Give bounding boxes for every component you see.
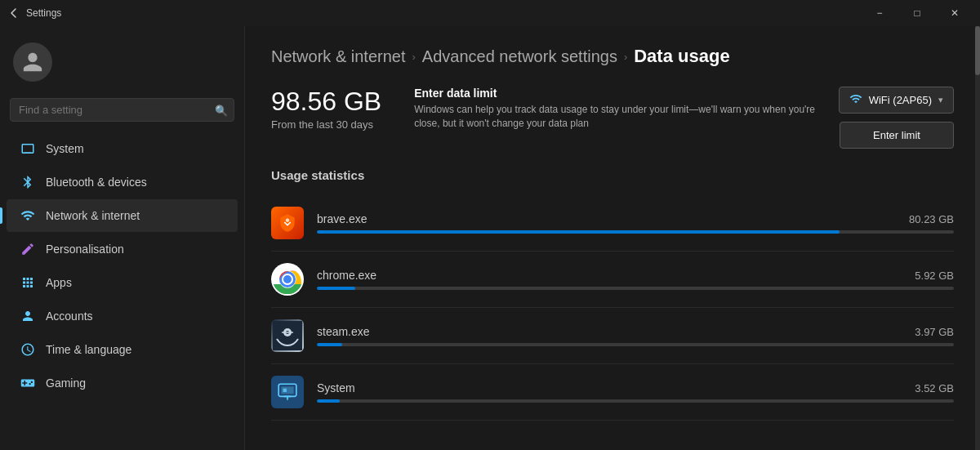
scrollbar-track[interactable] <box>975 26 980 450</box>
sidebar-item-system[interactable]: System <box>7 132 238 165</box>
back-icon[interactable] <box>7 7 20 20</box>
sidebar-item-label-bluetooth: Bluetooth & devices <box>46 176 147 189</box>
progress-bar-bg-brave <box>317 230 954 234</box>
data-limit-section: Enter data limit Windows can help you tr… <box>401 87 819 131</box>
wifi-label: WiFi (2AP65) <box>869 94 932 106</box>
app-name-chrome: chrome.exe <box>317 269 376 282</box>
progress-bar-bg-steam <box>317 343 954 346</box>
progress-bar-fill-system <box>317 399 340 403</box>
search-box[interactable]: 🔍 <box>10 98 234 122</box>
list-item: chrome.exe 5.92 GB <box>271 252 954 308</box>
sidebar-item-label-personalisation: Personalisation <box>46 243 124 256</box>
user-section <box>0 33 244 91</box>
titlebar: Settings − □ ✕ <box>0 0 980 26</box>
sidebar-item-label-accounts: Accounts <box>46 310 93 323</box>
breadcrumb-sep-2: › <box>624 51 627 63</box>
svg-point-0 <box>286 219 289 222</box>
app-name-row: System 3.52 GB <box>317 381 954 394</box>
data-limit-title: Enter data limit <box>414 87 819 100</box>
app-size-steam: 3.97 GB <box>915 326 954 338</box>
app-size-system: 3.52 GB <box>915 382 954 394</box>
sidebar-item-personalisation[interactable]: Personalisation <box>7 233 238 265</box>
sidebar-item-label-gaming: Gaming <box>46 376 86 390</box>
app-name-brave: brave.exe <box>317 212 367 225</box>
app-size-chrome: 5.92 GB <box>915 270 954 282</box>
progress-bar-fill-brave <box>317 230 840 234</box>
sidebar-item-label-system: System <box>46 142 84 155</box>
sidebar-item-apps[interactable]: Apps <box>7 266 238 299</box>
search-input[interactable] <box>10 98 234 122</box>
list-item: System 3.52 GB <box>271 364 954 421</box>
minimize-button[interactable]: − <box>861 0 898 26</box>
enter-limit-button[interactable]: Enter limit <box>840 122 954 149</box>
scrollbar-thumb[interactable] <box>975 26 980 75</box>
app-details-system: System 3.52 GB <box>317 381 954 403</box>
sidebar-item-bluetooth[interactable]: Bluetooth & devices <box>7 166 238 198</box>
app-details-steam: steam.exe 3.97 GB <box>317 325 954 346</box>
time-icon <box>20 341 36 358</box>
data-amount: 98.56 GB <box>271 87 381 117</box>
system-app-icon <box>271 376 304 408</box>
breadcrumb-current: Data usage <box>634 46 729 67</box>
breadcrumb-network[interactable]: Network & internet <box>271 47 406 66</box>
app-name-row: steam.exe 3.97 GB <box>317 325 954 338</box>
usage-list: brave.exe 80.23 GB <box>271 195 954 421</box>
svg-rect-10 <box>283 389 287 392</box>
data-total: 98.56 GB From the last 30 days <box>271 87 381 131</box>
data-limit-desc: Windows can help you track data usage to… <box>414 103 819 131</box>
sidebar-item-accounts[interactable]: Accounts <box>7 300 238 332</box>
nav-items: System Bluetooth & devices Network & int… <box>0 128 244 450</box>
app-details-chrome: chrome.exe 5.92 GB <box>317 269 954 290</box>
network-icon <box>20 207 36 224</box>
sidebar-item-label-time: Time & language <box>46 343 131 356</box>
window-title: Settings <box>26 7 61 19</box>
sidebar-item-label-apps: Apps <box>46 276 72 289</box>
maximize-button[interactable]: □ <box>898 0 936 26</box>
list-item: steam.exe 3.97 GB <box>271 308 954 364</box>
progress-bar-bg-chrome <box>317 287 954 290</box>
app-name-system: System <box>317 381 355 394</box>
app-name-steam: steam.exe <box>317 325 370 338</box>
breadcrumb: Network & internet › Advanced network se… <box>271 46 954 67</box>
progress-bar-bg-system <box>317 399 954 403</box>
system-icon <box>20 140 36 157</box>
wifi-icon <box>849 92 862 108</box>
sidebar: 🔍 System Bluetooth & devices Network & i… <box>0 26 245 450</box>
brave-icon <box>271 207 304 239</box>
main-layout: 🔍 System Bluetooth & devices Network & i… <box>0 26 980 450</box>
list-item: brave.exe 80.23 GB <box>271 195 954 252</box>
progress-bar-fill-chrome <box>317 287 355 290</box>
chrome-icon <box>271 263 304 296</box>
chevron-down-icon: ▾ <box>938 95 943 105</box>
avatar <box>13 42 52 82</box>
breadcrumb-advanced[interactable]: Advanced network settings <box>422 47 617 66</box>
app-details-brave: brave.exe 80.23 GB <box>317 212 954 234</box>
accounts-icon <box>20 308 36 324</box>
app-size-brave: 80.23 GB <box>909 213 954 225</box>
content-area: Network & internet › Advanced network se… <box>245 26 980 450</box>
steam-icon <box>271 319 304 352</box>
bluetooth-icon <box>20 174 36 190</box>
sidebar-item-label-network: Network & internet <box>46 209 140 222</box>
personalisation-icon <box>20 241 36 257</box>
app-name-row: chrome.exe 5.92 GB <box>317 269 954 282</box>
close-button[interactable]: ✕ <box>936 0 973 26</box>
wifi-dropdown[interactable]: WiFi (2AP65) ▾ <box>839 87 954 114</box>
usage-title: Usage statistics <box>271 168 954 182</box>
sidebar-item-time[interactable]: Time & language <box>7 333 238 366</box>
sidebar-item-gaming[interactable]: Gaming <box>7 367 238 399</box>
window-controls: − □ ✕ <box>861 0 973 26</box>
wifi-dropdown-area: WiFi (2AP65) ▾ Enter limit <box>839 87 954 149</box>
app-name-row: brave.exe 80.23 GB <box>317 212 954 225</box>
apps-icon <box>20 274 36 291</box>
sidebar-item-network[interactable]: Network & internet <box>7 199 238 232</box>
data-header-row: 98.56 GB From the last 30 days Enter dat… <box>271 87 954 149</box>
progress-bar-fill-steam <box>317 343 342 346</box>
breadcrumb-sep-1: › <box>412 51 416 63</box>
gaming-icon <box>20 375 36 391</box>
data-period: From the last 30 days <box>271 118 381 131</box>
svg-point-4 <box>283 275 292 283</box>
